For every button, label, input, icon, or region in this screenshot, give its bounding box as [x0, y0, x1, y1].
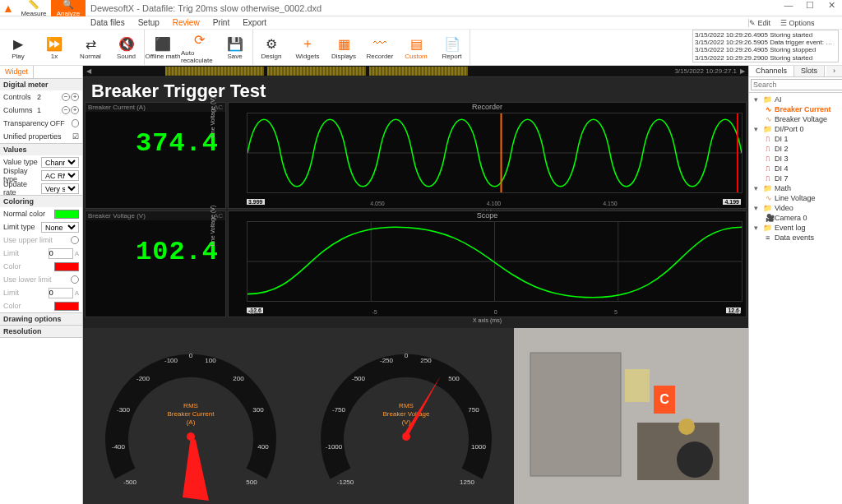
- slots-tab[interactable]: Slots: [794, 66, 825, 76]
- video-display[interactable]: C: [514, 328, 748, 504]
- displays-button[interactable]: ▦Displays: [326, 30, 362, 66]
- tree-breaker-voltage[interactable]: ∿Breaker Voltage: [751, 114, 840, 124]
- gauges-row: -500 -400 -300 -200 -100 0 100 200 300 4…: [83, 328, 514, 504]
- tree-video[interactable]: ▾📁 Video: [751, 203, 840, 213]
- svg-text:0: 0: [189, 352, 193, 359]
- widgets-button[interactable]: ＋Widgets: [289, 30, 326, 66]
- svg-text:-300: -300: [117, 406, 131, 414]
- widget-tab[interactable]: Widget: [0, 66, 34, 78]
- tree-di4[interactable]: ⎍DI 4: [751, 164, 840, 173]
- resolution-section[interactable]: Resolution: [0, 326, 82, 337]
- tree-diport[interactable]: ▾📁 DI/Port 0: [751, 124, 840, 134]
- channel-panel: Channels Slots › 🔍 ▾ ▾📁 AI ∿Breaker Curr…: [748, 66, 842, 504]
- controls-dec[interactable]: −: [62, 93, 70, 101]
- svg-text:(V): (V): [402, 418, 411, 426]
- menu-options[interactable]: ☰ Options: [780, 19, 815, 27]
- useupper-toggle[interactable]: [71, 236, 79, 244]
- menu-print[interactable]: Print: [213, 18, 230, 27]
- gauge-voltage[interactable]: -1250 -1000 -750 -500 -250 0 250 500 750…: [298, 328, 514, 504]
- menu-export[interactable]: Export: [243, 18, 266, 27]
- svg-text:1000: 1000: [471, 443, 486, 451]
- columns-dec[interactable]: −: [62, 106, 70, 114]
- updaterate-select[interactable]: Very slow (5: [41, 183, 79, 194]
- close-button[interactable]: ✕: [821, 0, 842, 16]
- analyze-mode-button[interactable]: 🔍Analyze: [51, 0, 86, 16]
- upper-limit-input[interactable]: [49, 248, 73, 259]
- columns-inc[interactable]: +: [71, 106, 79, 114]
- uselower-toggle[interactable]: [71, 275, 79, 284]
- timeline-next-icon[interactable]: ▶: [740, 67, 745, 75]
- tree-camera0[interactable]: 🎥Camera 0: [751, 213, 840, 223]
- search-input[interactable]: [751, 79, 842, 90]
- maximize-button[interactable]: ☐: [799, 0, 821, 16]
- speed-button[interactable]: ⏩1x: [36, 30, 72, 66]
- minimize-button[interactable]: —: [778, 0, 799, 16]
- menu-edit[interactable]: ✎ Edit: [749, 19, 770, 27]
- measure-mode-button[interactable]: 📏Measure: [16, 0, 51, 16]
- tree-ai[interactable]: ▾📁 AI: [751, 95, 840, 104]
- tree-math[interactable]: ▾📁 Math: [751, 183, 840, 193]
- scope-chart[interactable]: Scope Line Voltage (V) -12.6 12.6 -10 -5…: [228, 210, 747, 317]
- replay-mode-button[interactable]: ⇄Normal: [72, 30, 109, 66]
- digital-meter-section[interactable]: Digital meter: [0, 79, 82, 90]
- svg-text:200: 200: [233, 375, 244, 382]
- digital-meter-current[interactable]: Breaker Current (A)AC 374.4: [85, 102, 226, 209]
- tree-eventlog[interactable]: ▾📁 Event log: [751, 223, 840, 233]
- normal-color-swatch[interactable]: [54, 210, 79, 219]
- auto-recalc-button[interactable]: ⟳Auto recalculate: [181, 30, 217, 66]
- timeline-bar[interactable]: ◀ 3/15/2022 10:29:27.1 ▶: [83, 66, 748, 77]
- svg-text:RMS: RMS: [399, 402, 414, 409]
- svg-text:-400: -400: [112, 443, 126, 451]
- controls-inc[interactable]: +: [71, 93, 79, 101]
- svg-text:500: 500: [448, 375, 460, 382]
- upper-color-swatch[interactable]: [54, 262, 79, 271]
- coloring-section[interactable]: Coloring: [0, 196, 82, 207]
- svg-point-38: [402, 432, 410, 441]
- gauge-current[interactable]: -500 -400 -300 -200 -100 0 100 200 300 4…: [83, 328, 298, 504]
- report-button[interactable]: 📄Report: [434, 30, 470, 66]
- tree-linevoltage[interactable]: ∿Line Voltage: [751, 193, 840, 203]
- svg-rect-41: [625, 369, 650, 402]
- menu-datafiles[interactable]: Data files: [90, 18, 125, 27]
- menu-review[interactable]: Review: [173, 18, 200, 27]
- limittype-select[interactable]: None: [41, 222, 79, 233]
- expand-panel-icon[interactable]: ›: [826, 66, 842, 76]
- valuetype-select[interactable]: Channel: [41, 157, 79, 168]
- svg-text:-100: -100: [164, 357, 178, 364]
- tree-breaker-current[interactable]: ∿Breaker Current: [751, 104, 840, 114]
- tree-di2[interactable]: ⎍DI 2: [751, 144, 840, 154]
- svg-text:-250: -250: [380, 357, 394, 364]
- tree-di7[interactable]: ⎍DI 7: [751, 173, 840, 183]
- svg-text:0: 0: [405, 352, 409, 359]
- digital-meter-voltage[interactable]: Breaker Voltage (V)AC 102.4: [85, 210, 226, 317]
- play-button[interactable]: ▶Play: [0, 30, 36, 66]
- svg-point-45: [677, 442, 713, 478]
- menu-setup[interactable]: Setup: [138, 18, 160, 27]
- tree-di3[interactable]: ⎍DI 3: [751, 154, 840, 164]
- lower-limit-input[interactable]: [49, 288, 73, 298]
- design-button[interactable]: ⚙Design: [253, 30, 289, 66]
- custom-button[interactable]: ▤Custom: [398, 30, 434, 66]
- sound-button[interactable]: 🔇Sound: [109, 30, 145, 66]
- timestamp: 3/15/2022 10:29:27.1: [674, 67, 737, 75]
- transparency-toggle[interactable]: [72, 119, 79, 127]
- svg-text:750: 750: [468, 406, 479, 414]
- drawing-section[interactable]: Drawing options: [0, 313, 82, 325]
- svg-text:500: 500: [246, 479, 257, 486]
- tree-dataevents[interactable]: ≡Data events: [751, 233, 840, 243]
- values-section[interactable]: Values: [0, 144, 82, 155]
- lower-color-swatch[interactable]: [54, 302, 79, 311]
- event-log-preview[interactable]: 3/15/2022 10:29:26.4905 Storing started3…: [692, 30, 839, 62]
- displaytype-select[interactable]: AC RMS: [41, 170, 79, 181]
- unified-check[interactable]: ☑: [72, 132, 79, 141]
- recorder-button[interactable]: 〰Recorder: [362, 30, 398, 66]
- svg-text:-200: -200: [136, 375, 150, 382]
- channels-tab[interactable]: Channels: [749, 66, 794, 76]
- save-button[interactable]: 💾Save: [217, 30, 253, 66]
- recorder-chart[interactable]: Recorder Line Voltage (V) 3.999 4.199 4.…: [228, 102, 747, 209]
- timeline-prev-icon[interactable]: ◀: [86, 67, 91, 75]
- svg-text:-500: -500: [123, 479, 137, 486]
- svg-point-22: [187, 432, 195, 441]
- tree-di1[interactable]: ⎍DI 1: [751, 134, 840, 144]
- offline-math-button[interactable]: ⬛Offline math: [145, 30, 181, 66]
